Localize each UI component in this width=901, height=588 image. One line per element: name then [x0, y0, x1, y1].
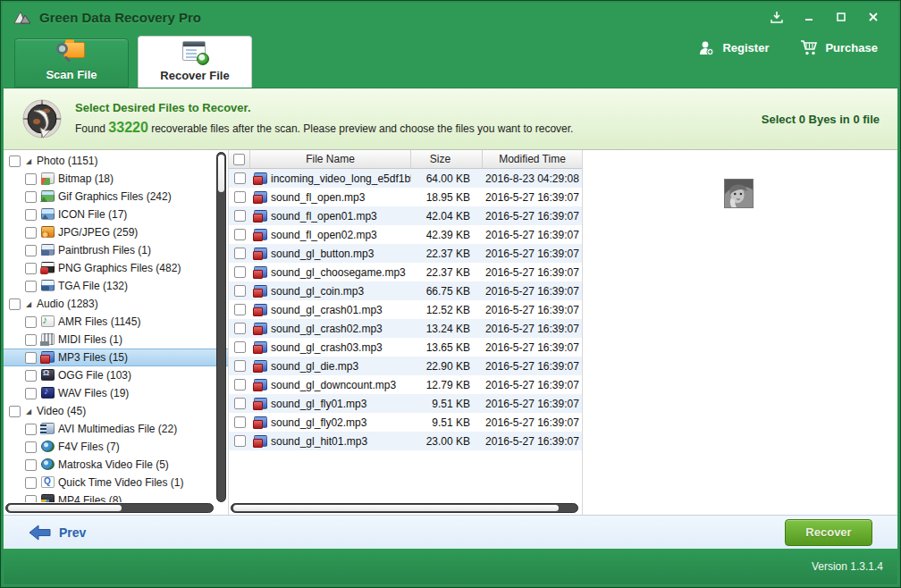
tree-item[interactable]: Quick Time Video Files (1) [4, 474, 228, 491]
tree-item[interactable]: PNG Graphics Files (482) [4, 259, 228, 277]
table-row[interactable]: sound_fl_open.mp3 18.95 KB 2016-5-27 16:… [229, 188, 582, 206]
tab-recover-file[interactable]: Recover File [138, 36, 252, 88]
scrollbar-thumb[interactable] [8, 505, 122, 511]
tree-item-label: Matroska Video File (5) [58, 458, 169, 471]
tree-horizontal-scrollbar[interactable] [5, 503, 214, 513]
row-checkbox[interactable] [234, 435, 246, 447]
expand-arrow-icon[interactable]: ◢ [24, 300, 33, 308]
table-row[interactable]: incoming_video_long_e5df1b5... 64.00 KB … [229, 169, 582, 188]
tree-item[interactable]: Gif Graphics Files (242) [4, 188, 228, 206]
tree-item[interactable]: JPG/JPEG (259) [4, 223, 228, 241]
row-checkbox[interactable] [234, 416, 246, 428]
tree-item[interactable]: Bitmap (18) [4, 170, 228, 188]
column-header-modified-time[interactable]: Modified Time [483, 150, 582, 168]
tree-item-checkbox[interactable] [25, 227, 37, 239]
tree-item-checkbox[interactable] [25, 441, 37, 453]
column-header-file-name[interactable]: File Name [250, 150, 411, 168]
select-all-checkbox[interactable] [233, 154, 245, 165]
row-checkbox[interactable] [234, 304, 246, 315]
table-row[interactable]: sound_fl_open02.mp3 42.39 KB 2016-5-27 1… [229, 225, 582, 244]
tree-item-checkbox[interactable] [9, 406, 21, 417]
tree-item[interactable]: TGA File (132) [4, 277, 228, 295]
scrollbar-thumb[interactable] [233, 505, 559, 511]
table-row[interactable]: sound_gl_die.mp3 22.90 KB 2016-5-27 16:3… [229, 357, 582, 375]
titlebar: Green Data Recovery Pro [4, 4, 897, 30]
table-row[interactable]: sound_gl_fly01.mp3 9.51 KB 2016-5-27 16:… [229, 394, 582, 413]
tree-item-checkbox[interactable] [25, 424, 37, 435]
tree-item[interactable]: MP3 Files (15) [4, 349, 228, 366]
recover-button[interactable]: Recover [785, 519, 872, 546]
tree-item-checkbox[interactable] [9, 298, 21, 310]
table-horizontal-scrollbar[interactable] [231, 503, 578, 513]
tree-vertical-scrollbar[interactable] [216, 152, 226, 502]
tree-item-checkbox[interactable] [25, 263, 37, 274]
row-checkbox[interactable] [234, 172, 246, 184]
row-checkbox[interactable] [234, 360, 246, 372]
row-checkbox[interactable] [234, 248, 246, 259]
tab-scan-file[interactable]: Scan File [14, 38, 129, 88]
tree-item-checkbox[interactable] [25, 495, 37, 503]
row-checkbox[interactable] [234, 398, 246, 409]
tree-item-checkbox[interactable] [25, 388, 37, 399]
row-checkbox[interactable] [234, 229, 246, 240]
file-name: sound_fl_open01.mp3 [271, 210, 377, 223]
table-row[interactable]: sound_gl_fly02.mp3 9.51 KB 2016-5-27 16:… [229, 413, 582, 432]
tree-item-checkbox[interactable] [9, 155, 21, 167]
table-row[interactable]: sound_gl_coin.mp3 66.75 KB 2016-5-27 16:… [229, 281, 582, 300]
register-button[interactable]: Register [698, 39, 769, 56]
tree-item-label: MIDI Files (1) [58, 333, 122, 346]
tree-item-checkbox[interactable] [25, 352, 37, 364]
scrollbar-thumb[interactable] [218, 155, 224, 192]
tree-item-checkbox[interactable] [25, 477, 37, 489]
tree-item-checkbox[interactable] [25, 334, 37, 346]
table-row[interactable]: sound_gl_button.mp3 22.37 KB 2016-5-27 1… [229, 244, 582, 263]
table-row[interactable]: sound_gl_choosegame.mp3 22.37 KB 2016-5-… [229, 263, 582, 281]
tree-item-checkbox[interactable] [25, 173, 37, 185]
tree-item-checkbox[interactable] [25, 209, 37, 221]
tree-item[interactable]: AMR Files (1145) [4, 313, 228, 331]
tree-item-checkbox[interactable] [25, 459, 37, 471]
table-row[interactable]: sound_gl_crash03.mp3 13.65 KB 2016-5-27 … [229, 338, 582, 357]
row-checkbox[interactable] [234, 210, 246, 222]
table-row[interactable]: sound_fl_open01.mp3 42.04 KB 2016-5-27 1… [229, 206, 582, 225]
tree-item[interactable]: ◢ Audio (1283) [4, 295, 228, 313]
tree-item-checkbox[interactable] [25, 245, 37, 256]
tree-item[interactable]: ICON File (17) [4, 206, 228, 223]
table-row[interactable]: sound_gl_downcount.mp3 12.79 KB 2016-5-2… [229, 375, 582, 394]
close-icon[interactable] [860, 8, 887, 26]
tree-item[interactable]: MP4 Files (8) [4, 491, 228, 502]
tree-item[interactable]: ◢ Video (45) [4, 402, 228, 420]
table-row[interactable]: sound_gl_crash01.mp3 12.52 KB 2016-5-27 … [229, 300, 582, 319]
prev-button[interactable]: Prev [29, 525, 86, 541]
tree-item[interactable]: ◢ Photo (1151) [4, 152, 228, 170]
tree-item-checkbox[interactable] [25, 316, 37, 328]
mp4-icon [40, 494, 55, 502]
column-header-size[interactable]: Size [411, 150, 483, 168]
minimize-icon[interactable] [796, 8, 822, 26]
table-row[interactable]: sound_gl_hit01.mp3 23.00 KB 2016-5-27 16… [229, 432, 582, 450]
tree-item[interactable]: F4V Files (7) [4, 438, 228, 456]
row-checkbox[interactable] [234, 341, 246, 353]
tree-item[interactable]: Matroska Video File (5) [4, 456, 228, 474]
tree-item-checkbox[interactable] [25, 281, 37, 292]
tree-item[interactable]: Paintbrush Files (1) [4, 241, 228, 259]
maximize-icon[interactable] [828, 8, 855, 26]
tree-item-checkbox[interactable] [25, 370, 37, 382]
preview-image[interactable] [724, 179, 754, 208]
download-icon[interactable] [763, 8, 790, 26]
tree-item[interactable]: WAV Files (19) [4, 384, 228, 402]
row-checkbox[interactable] [234, 191, 246, 203]
icon-file-icon [40, 208, 55, 221]
tree-item-checkbox[interactable] [25, 191, 37, 203]
purchase-button[interactable]: Purchase [799, 39, 878, 56]
row-checkbox[interactable] [234, 266, 246, 278]
table-row[interactable]: sound_gl_crash02.mp3 13.24 KB 2016-5-27 … [229, 319, 582, 338]
row-checkbox[interactable] [234, 285, 246, 297]
tree-item[interactable]: OGG File (103) [4, 366, 228, 384]
tree-item[interactable]: AVI Multimedias File (22) [4, 420, 228, 438]
expand-arrow-icon[interactable]: ◢ [24, 157, 33, 165]
row-checkbox[interactable] [234, 323, 246, 334]
row-checkbox[interactable] [234, 379, 246, 391]
tree-item[interactable]: MIDI Files (1) [4, 331, 228, 349]
expand-arrow-icon[interactable]: ◢ [24, 407, 33, 416]
